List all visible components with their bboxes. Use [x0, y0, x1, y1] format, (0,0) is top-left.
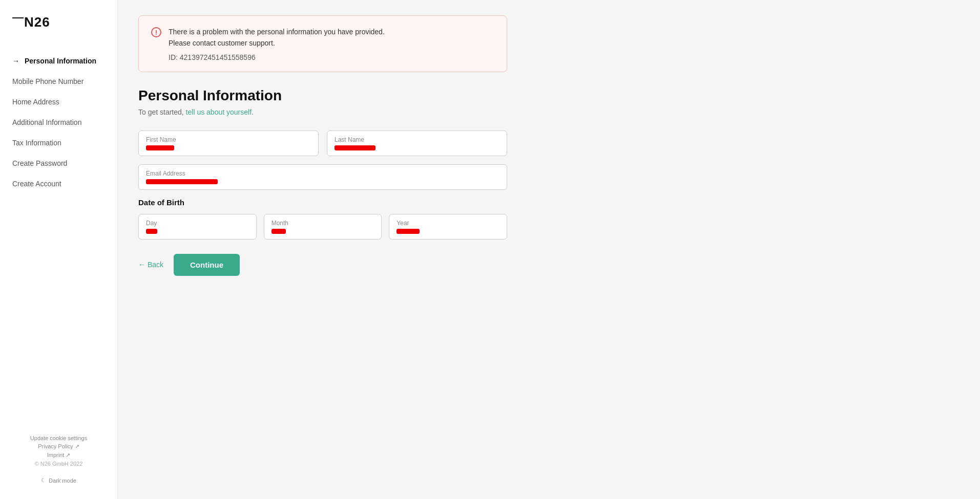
sidebar-label-create-password: Create Password — [12, 159, 67, 167]
back-button[interactable]: ← Back — [138, 261, 163, 269]
error-banner: ! There is a problem with the personal i… — [138, 15, 507, 72]
sidebar-item-mobile-phone-number[interactable]: Mobile Phone Number — [0, 71, 117, 92]
first-name-field: First Name — [138, 131, 319, 156]
year-input-wrapper[interactable]: Year — [389, 214, 507, 240]
sidebar-item-create-password[interactable]: Create Password — [0, 153, 117, 173]
actions-row: ← Back Continue — [138, 254, 507, 276]
last-name-redacted — [335, 145, 376, 150]
year-field: Year — [389, 214, 507, 240]
cookie-settings-link[interactable]: Update cookie settings — [12, 435, 105, 441]
email-input-wrapper[interactable]: Email Address — [138, 164, 507, 190]
dark-mode-label: Dark mode — [49, 478, 76, 484]
sidebar-item-personal-information[interactable]: → Personal Information — [0, 51, 117, 71]
last-name-input-wrapper[interactable]: Last Name — [327, 131, 507, 156]
dob-section: Date of Birth Day Month Year — [138, 198, 507, 240]
error-line2: Please contact customer support. — [169, 39, 275, 47]
error-icon: ! — [151, 27, 161, 37]
sidebar-label-tax-info: Tax Information — [12, 139, 61, 147]
form-section: Personal Information To get started, tel… — [138, 88, 507, 276]
imprint-link[interactable]: Imprint ↗ — [12, 452, 105, 459]
name-row: First Name Last Name — [138, 131, 507, 156]
privacy-policy-link[interactable]: Privacy Policy ↗ — [12, 443, 105, 450]
day-input-wrapper[interactable]: Day — [138, 214, 257, 240]
year-redacted — [397, 229, 420, 234]
main-content: ! There is a problem with the personal i… — [118, 0, 980, 499]
sidebar-label-personal-information: Personal Information — [25, 57, 96, 65]
year-label: Year — [397, 220, 499, 227]
error-line1: There is a problem with the personal inf… — [169, 28, 385, 36]
month-redacted — [272, 229, 286, 234]
email-field: Email Address — [138, 164, 507, 190]
date-fields: Day Month Year — [138, 214, 507, 240]
email-redacted — [146, 179, 218, 184]
nav-items: → Personal Information Mobile Phone Numb… — [0, 51, 117, 425]
day-field: Day — [138, 214, 257, 240]
sidebar-item-create-account[interactable]: Create Account — [0, 173, 117, 194]
moon-icon: ☾ — [41, 477, 46, 484]
email-label: Email Address — [146, 170, 499, 177]
sidebar-item-additional-information[interactable]: Additional Information — [0, 112, 117, 133]
dob-label: Date of Birth — [138, 198, 507, 207]
subtitle-prefix: To get started, — [138, 108, 186, 116]
first-name-label: First Name — [146, 136, 311, 143]
page-title: Personal Information — [138, 88, 507, 104]
sidebar: N26 → Personal Information Mobile Phone … — [0, 0, 118, 499]
error-message: There is a problem with the personal inf… — [169, 26, 385, 49]
logo: N26 — [12, 14, 105, 30]
subtitle-suffix: . — [252, 108, 254, 116]
first-name-redacted — [146, 145, 174, 150]
continue-button[interactable]: Continue — [174, 254, 240, 276]
copyright-text: © N26 GmbH 2022 — [12, 461, 105, 467]
logo-area: N26 — [0, 0, 117, 51]
active-arrow-icon: → — [12, 57, 19, 65]
sidebar-label-mobile-phone: Mobile Phone Number — [12, 77, 84, 85]
month-label: Month — [272, 220, 374, 227]
email-row: Email Address — [138, 164, 507, 190]
dark-mode-toggle[interactable]: ☾ Dark mode — [12, 477, 105, 484]
sidebar-label-create-account: Create Account — [12, 180, 61, 188]
sidebar-item-tax-information[interactable]: Tax Information — [0, 133, 117, 153]
sidebar-label-additional-info: Additional Information — [12, 118, 81, 126]
last-name-field: Last Name — [327, 131, 507, 156]
sidebar-footer: Update cookie settings Privacy Policy ↗ … — [0, 425, 117, 499]
subtitle-link[interactable]: tell us about yourself — [186, 108, 252, 116]
error-id: ID: 4213972451451558596 — [169, 53, 385, 61]
error-body: There is a problem with the personal inf… — [169, 26, 385, 61]
sidebar-label-home-address: Home Address — [12, 98, 59, 106]
sidebar-item-home-address[interactable]: Home Address — [0, 92, 117, 112]
month-field: Month — [264, 214, 382, 240]
day-redacted — [146, 229, 157, 234]
month-input-wrapper[interactable]: Month — [264, 214, 382, 240]
first-name-input-wrapper[interactable]: First Name — [138, 131, 319, 156]
logo-overline — [12, 17, 24, 18]
logo-text: N26 — [24, 14, 50, 30]
day-label: Day — [146, 220, 249, 227]
page-subtitle: To get started, tell us about yourself. — [138, 108, 507, 116]
last-name-label: Last Name — [335, 136, 499, 143]
